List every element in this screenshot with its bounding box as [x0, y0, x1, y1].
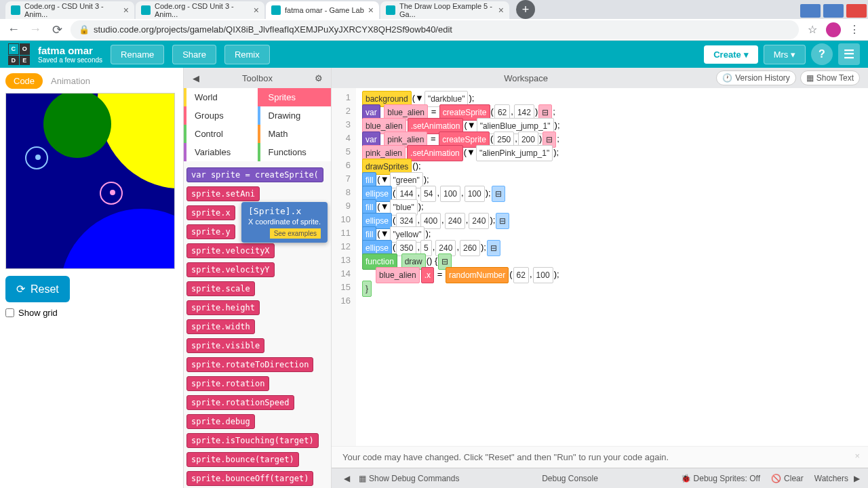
project-name: fatma omar — [38, 45, 102, 56]
block-list: var sprite = createSprite( sprite.setAni… — [184, 161, 331, 488]
favicon-icon — [11, 5, 20, 15]
block-visible[interactable]: sprite.visible — [186, 338, 264, 353]
toolbox-panel: ◀ Toolbox ⚙ World Sprites Groups Drawing… — [183, 68, 331, 488]
block-sprite-y[interactable]: sprite.y — [186, 224, 235, 239]
dismiss-icon[interactable]: × — [854, 451, 860, 461]
block-debug[interactable]: sprite.debug — [186, 414, 255, 429]
close-window-button[interactable] — [846, 4, 867, 18]
help-button[interactable]: ? — [811, 43, 833, 65]
app-header: CODE fatma omar Saved a few seconds Rena… — [0, 41, 868, 68]
block-create-sprite[interactable]: var sprite = createSprite( — [186, 167, 323, 182]
clear-button[interactable]: 🚫 Clear — [771, 474, 804, 483]
block-rotate-to-direction[interactable]: sprite.rotateToDirection — [186, 357, 313, 372]
category-sprites[interactable]: Sprites — [258, 88, 332, 106]
workspace-title: Workspace — [340, 73, 712, 83]
reset-button[interactable]: ⟳Reset — [5, 276, 70, 302]
debug-collapse-icon[interactable]: ◀ — [340, 472, 353, 485]
debug-sprites-toggle[interactable]: 🐞 Debug Sprites: Off — [681, 474, 761, 483]
blue-alien-sprite — [25, 146, 51, 180]
favicon-icon — [386, 5, 395, 15]
collapse-icon[interactable]: ◀ — [189, 71, 203, 85]
category-control[interactable]: Control — [184, 125, 258, 143]
block-height[interactable]: sprite.height — [186, 300, 260, 315]
block-velocity-x[interactable]: sprite.velocityX — [186, 243, 275, 258]
text-icon: ▦ — [806, 73, 814, 83]
show-debug-commands[interactable]: ▦ Show Debug Commands — [359, 474, 459, 483]
browser-tab[interactable]: Code.org - CSD Unit 3 - Anim...× — [5, 1, 134, 19]
block-width[interactable]: sprite.width — [186, 319, 255, 334]
reset-icon: ⟳ — [16, 283, 25, 296]
debug-bar: ◀ ▦ Show Debug Commands Debug Console 🐞 … — [332, 468, 868, 488]
blue-ellipse — [60, 209, 175, 269]
code-editor[interactable]: 12345678910111213141516 background(▼"dar… — [332, 88, 868, 446]
block-is-touching[interactable]: sprite.isTouching(target) — [186, 433, 319, 448]
category-groups[interactable]: Groups — [184, 106, 258, 125]
tooltip-desc: X coordinate of sprite. — [248, 218, 321, 226]
game-canvas[interactable] — [5, 93, 175, 269]
debug-expand-icon[interactable]: ▶ — [854, 474, 860, 483]
tooltip-link[interactable]: See examples — [270, 228, 321, 239]
show-grid-checkbox[interactable]: Show grid — [5, 308, 178, 318]
share-button[interactable]: Share — [172, 45, 216, 64]
block-scale[interactable]: sprite.scale — [186, 281, 255, 296]
watchers-label: Watchers — [814, 474, 848, 483]
category-math[interactable]: Math — [258, 125, 332, 143]
close-icon[interactable]: × — [254, 5, 259, 16]
minimize-button[interactable] — [800, 4, 821, 18]
code-mode-tab[interactable]: Code — [5, 73, 43, 89]
maximize-button[interactable] — [823, 4, 844, 18]
close-icon[interactable]: × — [498, 5, 504, 16]
block-sprite-x[interactable]: sprite.x — [186, 205, 235, 220]
green-ellipse — [43, 93, 111, 158]
close-icon[interactable]: × — [368, 5, 374, 16]
line-gutter: 12345678910111213141516 — [332, 88, 356, 446]
user-menu[interactable]: Mrs ▾ — [764, 45, 806, 64]
left-panel: Code Animation ⟳Reset Show grid — [0, 68, 183, 488]
code-org-logo[interactable]: CODE — [8, 43, 30, 65]
hamburger-menu[interactable]: ☰ — [838, 43, 860, 65]
browser-tab[interactable]: Code.org - CSD Unit 3 - Anim...× — [136, 1, 264, 19]
version-history-button[interactable]: 🕐Version History — [716, 70, 796, 85]
browser-tab[interactable]: The Draw Loop Example 5 - Ga...× — [380, 1, 509, 19]
block-rotation-speed[interactable]: sprite.rotationSpeed — [186, 395, 294, 410]
block-velocity-y[interactable]: sprite.velocityY — [186, 262, 275, 277]
chevron-down-icon: ▾ — [744, 49, 749, 60]
url-input[interactable]: 🔒 studio.code.org/projects/gamelab/QIX8i… — [71, 20, 799, 39]
clock-icon: 🕐 — [722, 73, 732, 83]
forward-button[interactable]: → — [27, 22, 43, 38]
favicon-icon — [141, 5, 151, 15]
browser-menu-icon[interactable]: ⋮ — [846, 22, 863, 38]
browser-tabs: Code.org - CSD Unit 3 - Anim...× Code.or… — [0, 0, 868, 19]
back-button[interactable]: ← — [5, 22, 22, 38]
category-world[interactable]: World — [184, 88, 258, 106]
yellow-ellipse — [98, 93, 175, 188]
workspace-panel: Workspace 🕐Version History ▦Show Text 12… — [331, 68, 868, 488]
pink-alien-sprite — [100, 182, 125, 216]
block-bounce-off[interactable]: sprite.bounceOff(target) — [186, 471, 313, 486]
new-tab-button[interactable]: + — [516, 0, 535, 19]
animation-mode-tab[interactable]: Animation — [43, 73, 98, 89]
tooltip-title: [Sprite].x — [248, 206, 321, 216]
block-bounce[interactable]: sprite.bounce(target) — [186, 452, 299, 467]
category-list: World Sprites Groups Drawing Control Mat… — [184, 88, 331, 161]
block-set-ani[interactable]: sprite.setAni — [186, 186, 260, 201]
category-drawing[interactable]: Drawing — [258, 106, 332, 125]
browser-tab-active[interactable]: fatma omar - Game Lab× — [266, 1, 379, 19]
remix-button[interactable]: Remix — [224, 45, 270, 64]
save-status: Saved a few seconds — [38, 56, 102, 64]
status-message: Your code may have changed. Click "Reset… — [332, 446, 868, 468]
bookmark-icon[interactable]: ☆ — [804, 22, 821, 38]
category-variables[interactable]: Variables — [184, 143, 258, 161]
block-rotation[interactable]: sprite.rotation — [186, 376, 269, 391]
reload-button[interactable]: ⟳ — [49, 22, 65, 38]
close-icon[interactable]: × — [123, 5, 129, 16]
gear-icon[interactable]: ⚙ — [312, 71, 326, 85]
profile-avatar[interactable] — [826, 22, 841, 37]
mode-tabs: Code Animation — [5, 73, 178, 89]
category-functions[interactable]: Functions — [258, 143, 332, 161]
rename-button[interactable]: Rename — [111, 45, 164, 64]
lock-icon: 🔒 — [79, 24, 90, 35]
create-button[interactable]: Create ▾ — [704, 45, 757, 64]
show-text-button[interactable]: ▦Show Text — [800, 70, 860, 85]
code-lines[interactable]: background(▼"darkblue"); var blue_alien … — [356, 88, 566, 446]
